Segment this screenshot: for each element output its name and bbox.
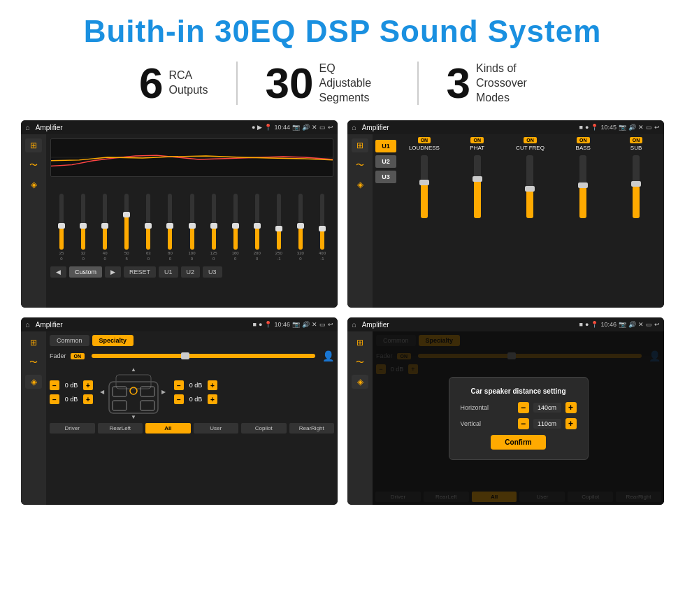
cutfreq-slider[interactable] xyxy=(526,155,533,218)
x-icon: ✕ xyxy=(312,124,317,131)
slider-track-9[interactable] xyxy=(255,194,259,250)
slider-track-8[interactable] xyxy=(233,194,238,250)
slider-track-3[interactable] xyxy=(124,194,129,250)
phat-slider[interactable] xyxy=(474,155,481,218)
slider-track-10[interactable] xyxy=(277,194,281,250)
vertical-minus[interactable]: − xyxy=(518,418,529,429)
slider-track-7[interactable] xyxy=(212,194,216,250)
s4-wave-icon[interactable]: 〜 xyxy=(352,355,368,369)
s4-eq-icon[interactable]: ⊞ xyxy=(352,336,368,350)
vol-fl-minus[interactable]: − xyxy=(50,380,59,390)
vol-rr-minus[interactable]: − xyxy=(174,394,184,404)
screen3-body: ⊞ 〜 ◈ Common Specialty Fader ON xyxy=(21,331,338,505)
btn-rear-left[interactable]: RearLeft xyxy=(98,423,143,434)
val-label-2: 0 xyxy=(104,257,106,261)
slider-track-6[interactable] xyxy=(190,194,194,250)
eq-next-btn[interactable]: ▶ xyxy=(105,266,121,278)
tab-specialty[interactable]: Specialty xyxy=(92,335,134,346)
ch-cutfreq: ON CUT FREQ xyxy=(505,137,556,305)
vol-fr-minus[interactable]: − xyxy=(174,380,184,390)
cam-icon: 📷 xyxy=(292,124,300,131)
sidebar-eq-icon[interactable]: ⊞ xyxy=(25,138,42,152)
stat-rca: 6 RCAOutputs xyxy=(111,62,238,105)
eq-graph xyxy=(50,138,333,177)
slider-track-2[interactable] xyxy=(103,194,107,250)
ch-phat: ON PHAT xyxy=(452,137,503,305)
s3-rect: ▭ xyxy=(319,321,326,328)
slider-track-0[interactable] xyxy=(59,194,64,250)
s3-eq-icon[interactable]: ⊞ xyxy=(25,336,42,350)
eq-custom-btn[interactable]: Custom xyxy=(69,266,102,278)
screen1-dot2: ▶ xyxy=(257,124,262,131)
s3-back: ↩ xyxy=(328,321,333,328)
btn-rear-right[interactable]: RearRight xyxy=(289,423,335,434)
fader-on-toggle[interactable]: ON xyxy=(71,353,85,359)
s4-dot2: ● xyxy=(585,321,589,328)
s3-dot2: ● xyxy=(259,321,262,328)
sub-on: ON xyxy=(630,137,643,143)
confirm-button[interactable]: Confirm xyxy=(491,435,545,450)
val-label-1: 0 xyxy=(82,257,84,261)
vol-rr-plus[interactable]: + xyxy=(208,394,217,404)
ch-loudness: ON LOUDNESS xyxy=(399,137,449,305)
btn-driver[interactable]: Driver xyxy=(50,423,95,434)
eq-prev-btn[interactable]: ◀ xyxy=(50,266,66,278)
slider-track-12[interactable] xyxy=(320,194,324,250)
s4-x: ✕ xyxy=(638,321,644,328)
eq-reset-btn[interactable]: RESET xyxy=(124,266,156,278)
preset-u3[interactable]: U3 xyxy=(375,171,396,183)
screen2-crossover: ⌂ Amplifier ■ ● 📍 10:45 📷 🔊 ✕ ▭ ↩ ⊞ 〜 xyxy=(347,120,664,308)
eq-col-5: 80 0 xyxy=(160,194,180,261)
s3-vol-icon[interactable]: ◈ xyxy=(25,375,42,389)
bass-slider[interactable] xyxy=(579,155,586,218)
slider-track-5[interactable] xyxy=(168,194,172,250)
s3-pin: 📍 xyxy=(264,321,272,328)
horizontal-minus[interactable]: − xyxy=(518,402,529,413)
freq-label-7: 125 xyxy=(210,251,217,255)
loudness-slider[interactable] xyxy=(421,155,428,218)
eq-bottom-bar: ◀ Custom ▶ RESET U1 U2 U3 xyxy=(50,266,333,278)
screen1-body: ⊞ 〜 ◈ xyxy=(21,134,338,308)
vol-rl-plus[interactable]: + xyxy=(83,394,93,404)
sidebar-wave-icon[interactable]: 〜 xyxy=(25,158,42,172)
vol-fr-plus[interactable]: + xyxy=(208,380,217,390)
eq-u1-btn[interactable]: U1 xyxy=(159,266,178,278)
svg-text:▼: ▼ xyxy=(131,414,136,420)
slider-track-11[interactable] xyxy=(298,194,303,250)
horizontal-plus[interactable]: + xyxy=(565,402,577,413)
vertical-plus[interactable]: + xyxy=(565,418,577,429)
btn-user[interactable]: User xyxy=(194,423,239,434)
sidebar-vol-icon[interactable]: ◈ xyxy=(25,178,42,192)
s2-vol-icon[interactable]: ◈ xyxy=(352,178,368,192)
preset-u2[interactable]: U2 xyxy=(375,155,396,168)
rect-icon: ▭ xyxy=(319,124,326,131)
s2-wave-icon[interactable]: 〜 xyxy=(352,158,368,172)
svg-text:◀: ◀ xyxy=(100,389,105,395)
s3-dot1: ■ xyxy=(253,321,257,328)
slider-track-1[interactable] xyxy=(81,194,85,250)
val-label-11: 0 xyxy=(299,257,301,261)
slider-track-4[interactable] xyxy=(146,194,150,250)
sub-slider[interactable] xyxy=(633,155,640,218)
s4-vol: 🔊 xyxy=(628,321,636,328)
screen3-speaker: ⌂ Amplifier ■ ● 📍 10:46 📷 🔊 ✕ ▭ ↩ ⊞ 〜 xyxy=(21,317,338,505)
val-label-4: 0 xyxy=(147,257,150,261)
home-icon3: ⌂ xyxy=(25,320,30,329)
bass-name: BASS xyxy=(576,145,591,151)
btn-copilot[interactable]: Copilot xyxy=(241,423,287,434)
eq-u2-btn[interactable]: U2 xyxy=(181,266,201,278)
preset-u1[interactable]: U1 xyxy=(375,140,396,152)
tab-common[interactable]: Common xyxy=(50,335,89,346)
eq-u3-btn[interactable]: U3 xyxy=(203,266,222,278)
val-label-10: -1 xyxy=(277,257,280,261)
stat-eq: 30 EQ AdjustableSegments xyxy=(238,62,419,105)
s3-x: ✕ xyxy=(312,321,317,328)
s2-eq-icon[interactable]: ⊞ xyxy=(352,138,368,152)
s4-vol-icon[interactable]: ◈ xyxy=(352,375,368,389)
s3-wave-icon[interactable]: 〜 xyxy=(25,355,42,369)
vol-fl-plus[interactable]: + xyxy=(83,380,93,390)
freq-label-4: 63 xyxy=(146,251,151,255)
ch-sub: ON SUB xyxy=(611,137,661,305)
btn-all[interactable]: All xyxy=(145,423,191,434)
vol-rl-minus[interactable]: − xyxy=(50,394,59,404)
